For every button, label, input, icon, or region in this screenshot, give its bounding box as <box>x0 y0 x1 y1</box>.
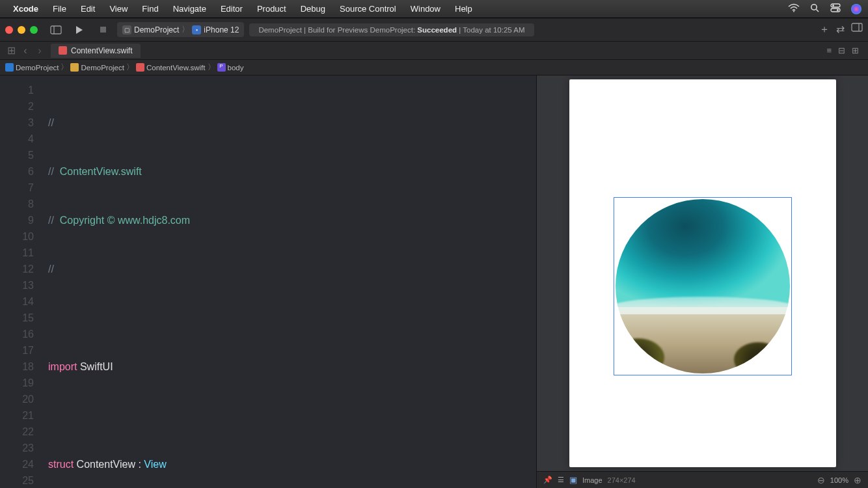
image-type-icon: ▣ <box>569 475 577 485</box>
zoom-window-button[interactable] <box>30 26 38 34</box>
clipped-image-preview <box>616 199 790 373</box>
svg-point-4 <box>832 5 834 7</box>
forward-button[interactable]: › <box>33 44 47 58</box>
run-button[interactable] <box>70 22 88 38</box>
jumpbar-file[interactable]: ContentView.swift <box>146 64 206 72</box>
device-preview <box>569 79 836 467</box>
menu-edit[interactable]: Edit <box>81 4 95 14</box>
activity-status[interactable]: DemoProject | Build for Previews DemoPro… <box>249 23 534 36</box>
pin-preview-button[interactable]: 📌 <box>543 476 552 484</box>
menu-app[interactable]: Xcode <box>13 4 38 14</box>
control-center-icon[interactable] <box>830 3 841 14</box>
editor-tab[interactable]: ContentView.swift <box>51 44 141 58</box>
menu-help[interactable]: Help <box>455 4 472 14</box>
zoom-out-button[interactable]: ⊖ <box>817 475 825 485</box>
line-gutter: 1234567891011121314151617181920212223242… <box>0 75 42 488</box>
swift-file-icon <box>59 46 67 55</box>
add-button[interactable]: ＋ <box>819 23 830 36</box>
svg-point-1 <box>811 4 817 9</box>
status-time: | Today at 10:25 AM <box>457 26 524 34</box>
swift-icon <box>136 63 144 72</box>
menu-source-control[interactable]: Source Control <box>340 4 396 14</box>
selected-view-outline[interactable] <box>614 197 792 375</box>
element-label: Image <box>582 476 603 484</box>
xcode-toolbar: ▢ DemoProject 〉 ▪ iPhone 12 DemoProject … <box>0 18 868 42</box>
canvas-area[interactable] <box>537 75 868 471</box>
app-icon: ▢ <box>122 25 131 34</box>
menu-editor[interactable]: Editor <box>221 4 243 14</box>
menu-product[interactable]: Product <box>257 4 286 14</box>
jumpbar-symbol[interactable]: body <box>228 64 244 72</box>
scheme-project-label: DemoProject <box>134 25 179 34</box>
tab-filename: ContentView.swift <box>71 46 133 55</box>
svg-point-0 <box>793 11 794 12</box>
menu-navigate[interactable]: Navigate <box>173 4 206 14</box>
svg-rect-10 <box>852 23 862 31</box>
svg-point-6 <box>837 9 839 11</box>
source-editor[interactable]: 1234567891011121314151617181920212223242… <box>0 75 536 488</box>
menu-window[interactable]: Window <box>411 4 441 14</box>
toggle-navigator-button[interactable] <box>47 22 65 38</box>
editor-tabbar: ⊞ ‹ › ContentView.swift ≡ ⊟ ⊞ <box>0 42 868 60</box>
element-size: 274×274 <box>608 476 636 484</box>
macos-menubar: Xcode File Edit View Find Navigate Edito… <box>0 0 868 18</box>
jumpbar-folder[interactable]: DemoProject <box>81 64 124 72</box>
related-items-button[interactable]: ⊞ <box>4 44 18 58</box>
menu-file[interactable]: File <box>53 4 66 14</box>
status-prefix: DemoProject | Build for Previews DemoPro… <box>258 26 417 34</box>
code-review-button[interactable]: ⇄ <box>836 23 845 36</box>
svg-line-2 <box>817 9 819 12</box>
zoom-level[interactable]: 100% <box>830 476 848 484</box>
window-controls <box>5 26 38 34</box>
property-icon: P <box>217 63 226 72</box>
project-icon <box>5 63 14 72</box>
wifi-icon[interactable] <box>788 3 800 14</box>
preview-settings-button[interactable]: ☰ <box>558 476 564 484</box>
jumpbar-project[interactable]: DemoProject <box>16 64 59 72</box>
status-result: Succeeded <box>417 26 457 34</box>
code-content[interactable]: // // ContentView.swift // Copyright © w… <box>42 75 536 488</box>
stop-button[interactable] <box>94 22 112 38</box>
back-button[interactable]: ‹ <box>18 44 33 58</box>
svg-rect-7 <box>51 26 61 34</box>
jump-bar[interactable]: DemoProject 〉 DemoProject 〉 ContentView.… <box>0 60 868 75</box>
folder-icon <box>70 63 79 72</box>
zoom-in-button[interactable]: ⊕ <box>854 475 861 485</box>
device-icon: ▪ <box>192 25 201 34</box>
search-icon[interactable] <box>810 3 820 15</box>
preview-footer: 📌 ☰ ▣ Image 274×274 ⊖ 100% ⊕ <box>537 471 868 488</box>
preview-canvas: 📌 ☰ ▣ Image 274×274 ⊖ 100% ⊕ <box>536 75 868 488</box>
siri-icon[interactable] <box>851 4 861 14</box>
svg-rect-9 <box>100 27 106 33</box>
editor-options-button[interactable]: ⊟ <box>838 46 845 55</box>
minimap-button[interactable]: ≡ <box>826 46 832 55</box>
toggle-inspector-button[interactable] <box>851 23 863 36</box>
minimize-window-button[interactable] <box>18 26 25 34</box>
add-editor-button[interactable]: ⊞ <box>852 46 859 55</box>
menu-debug[interactable]: Debug <box>301 4 325 14</box>
menu-view[interactable]: View <box>109 4 128 14</box>
menu-find[interactable]: Find <box>142 4 158 14</box>
scheme-selector[interactable]: ▢ DemoProject 〉 ▪ iPhone 12 <box>117 22 244 37</box>
close-window-button[interactable] <box>5 26 13 34</box>
scheme-device-label: iPhone 12 <box>204 25 239 34</box>
